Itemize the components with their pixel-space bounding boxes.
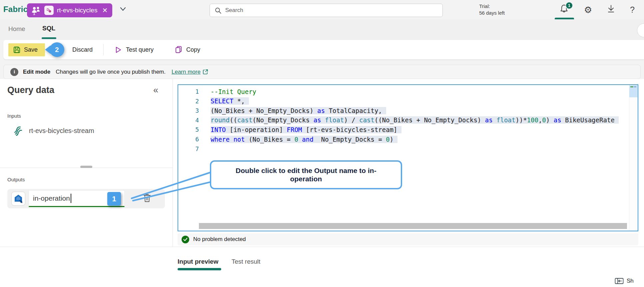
- collapse-left-panel-icon: [615, 278, 624, 284]
- code-text: (No_Bikes + No_Empty_Docks) as TotalCapa…: [211, 107, 386, 114]
- copy-label: Copy: [186, 46, 200, 53]
- workspace-tab[interactable]: 1 rt-evs-bicycles ✕: [27, 3, 112, 17]
- code-line-6[interactable]: 6where not (No_Bikes = 0 and No_Empty_Do…: [178, 134, 397, 144]
- learn-more-link[interactable]: Learn more: [172, 69, 209, 75]
- edit-mode-message: Changes will go live once you publish th…: [56, 69, 166, 75]
- workspace-tab-label: rt-evs-bicycles: [57, 7, 97, 14]
- settings-gear-icon[interactable]: ⚙: [584, 5, 592, 15]
- minimap-mark: [630, 86, 633, 87]
- editor-minimap[interactable]: [629, 85, 638, 231]
- save-floppy-icon: [13, 46, 21, 54]
- minimap-mark: [634, 86, 636, 87]
- line-number: 3: [178, 107, 199, 114]
- tab-test-result[interactable]: Test result: [232, 258, 261, 265]
- input-stream-name: rt-evs-bicycles-stream: [29, 127, 94, 135]
- code-text: INTO [in-operation] FROM [rt-evs-bicycle…: [211, 126, 401, 133]
- panel-resize-handle[interactable]: [80, 166, 92, 168]
- tab-home[interactable]: Home: [8, 25, 25, 33]
- line-number: 5: [178, 126, 199, 133]
- panel-divider: [173, 79, 173, 247]
- page-tabs-row: Home SQL: [0, 19, 644, 40]
- external-link-icon: [202, 69, 209, 75]
- line-number: 1: [178, 88, 199, 95]
- line-number: 6: [178, 136, 199, 143]
- line-number: 4: [178, 117, 199, 124]
- code-line-3[interactable]: 3(No_Bikes + No_Empty_Docks) as TotalCap…: [178, 106, 386, 115]
- status-message: No problem detected: [193, 236, 246, 243]
- test-query-button[interactable]: Test query: [111, 43, 158, 56]
- output-destination-icon: [11, 192, 25, 206]
- copy-icon: [175, 46, 182, 54]
- download-icon[interactable]: [607, 4, 615, 15]
- query-status-bar: No problem detected: [178, 233, 638, 245]
- output-item-row[interactable]: in-operation 1: [7, 189, 165, 208]
- output-name-value: in-operation: [33, 194, 70, 202]
- play-icon: [115, 46, 122, 54]
- code-text: where not (No_Bikes = 0 and No_Empty_Doc…: [211, 136, 397, 143]
- app-header: Fabric 1 rt-evs-bicycles ✕ Trial: 5: [0, 0, 644, 19]
- tab-dropdown-chevron-icon[interactable]: [119, 7, 127, 13]
- copy-button[interactable]: Copy: [171, 43, 204, 56]
- people-count-badge: 1: [33, 11, 35, 16]
- toolbar-divider: [103, 44, 104, 55]
- show-panel-label: Sh: [627, 278, 634, 284]
- edit-mode-title: Edit mode: [23, 69, 50, 75]
- fabric-eventstream-sql-editor: Fabric 1 rt-evs-bicycles ✕ Trial: 5: [0, 0, 644, 287]
- edit-mode-banner: i Edit mode Changes will go live once yo…: [3, 65, 641, 79]
- help-icon[interactable]: ?: [630, 5, 635, 15]
- code-line-5[interactable]: 5INTO [in-operation] FROM [rt-evs-bicycl…: [178, 125, 401, 134]
- eventstream-item-icon: [44, 6, 54, 15]
- line-number: 7: [178, 145, 199, 152]
- minimap-selection: [629, 85, 637, 97]
- annotation-callout: Double click to edit the Output name to …: [210, 160, 402, 189]
- code-line-4[interactable]: 4round((cast(No_Empty_Docks as float) / …: [178, 115, 619, 125]
- code-line-2[interactable]: 2SELECT *,: [178, 96, 249, 106]
- tab-sql[interactable]: SQL: [42, 25, 55, 32]
- close-tab-icon[interactable]: ✕: [102, 6, 108, 14]
- notifications-button[interactable]: 1: [559, 4, 569, 15]
- test-query-label: Test query: [126, 46, 154, 53]
- output-name-input[interactable]: in-operation 1: [29, 190, 125, 207]
- code-text: SELECT *,: [211, 97, 249, 105]
- global-search[interactable]: [210, 4, 443, 17]
- query-data-title: Query data: [7, 85, 54, 95]
- code-line-1[interactable]: 1--Init Query: [178, 87, 256, 96]
- header-actions: Trial: 56 days left 1 ⚙ ?: [479, 0, 635, 19]
- edge-button-partial[interactable]: [637, 23, 644, 37]
- input-stream-item[interactable]: rt-evs-bicycles-stream: [13, 125, 94, 137]
- text-caret: [71, 194, 71, 203]
- line-number: 2: [178, 98, 199, 105]
- tab-input-preview[interactable]: Input preview: [178, 258, 218, 265]
- preview-pane: Input preview Test result Sh: [0, 247, 644, 287]
- info-icon: i: [10, 68, 18, 76]
- save-button-label: Save: [24, 46, 38, 53]
- annotation-callout-text: Double click to edit the Output name to …: [223, 167, 389, 183]
- editor-horizontal-scrollbar[interactable]: [199, 223, 627, 229]
- annotation-step-2-badge: 2: [50, 42, 64, 57]
- search-input[interactable]: [225, 4, 435, 17]
- save-button[interactable]: Save: [8, 43, 45, 56]
- delete-output-button[interactable]: [143, 193, 151, 204]
- code-text: --Init Query: [211, 88, 256, 95]
- discard-button[interactable]: Discard: [69, 44, 96, 56]
- code-text: round((cast(No_Empty_Docks as float) / c…: [211, 116, 619, 124]
- inputs-section-label: Inputs: [7, 113, 21, 119]
- show-panel-toggle[interactable]: Sh: [615, 278, 634, 284]
- outputs-section-label: Outputs: [7, 177, 25, 182]
- collapse-panel-icon[interactable]: «: [153, 85, 158, 95]
- active-bottom-tab-indicator: [178, 268, 221, 270]
- search-icon: [215, 7, 222, 16]
- editor-toolbar: Save 2 Discard Test query Copy: [3, 40, 644, 59]
- eventstream-source-icon: [13, 125, 25, 137]
- fabric-logo[interactable]: Fabric: [3, 5, 28, 14]
- multitasking-people-icon: 1: [31, 5, 41, 15]
- success-check-icon: [182, 236, 189, 243]
- trash-icon: [143, 193, 151, 203]
- annotation-step-1-badge: 1: [107, 192, 121, 206]
- code-line-7[interactable]: 7: [178, 144, 211, 154]
- sql-code-editor[interactable]: 1--Init Query2SELECT *,3(No_Bikes + No_E…: [178, 84, 638, 231]
- active-tab-indicator: [42, 37, 56, 39]
- trial-status: Trial: 56 days left: [479, 3, 505, 17]
- notification-count-badge: 1: [565, 2, 573, 9]
